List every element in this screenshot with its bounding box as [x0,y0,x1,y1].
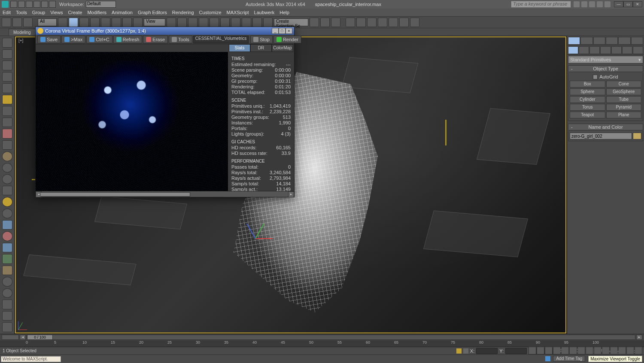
qat-undo-icon[interactable] [33,1,40,8]
goto-start-icon[interactable] [529,347,536,354]
goto-end-icon[interactable] [561,347,569,354]
menu-create[interactable]: Create [68,10,82,15]
subscription-icon[interactable] [581,1,587,7]
frame-next-button[interactable]: ▸ [636,335,642,340]
maximize-button[interactable]: ▭ [623,1,633,7]
select-filter-icon[interactable] [58,18,67,27]
undo-icon[interactable] [2,18,11,27]
vfb-minimize-button[interactable]: _ [272,28,279,34]
lt-icon-3[interactable] [2,60,12,70]
mirror-icon[interactable] [252,18,262,27]
autogrid-checkbox[interactable]: AutoGrid [570,74,641,79]
nav-zoomext-icon[interactable] [602,347,610,354]
sub-geometry-icon[interactable] [568,46,578,54]
help-search-input[interactable]: Type a keyword or phrase [511,1,571,8]
tab-motion-icon[interactable] [606,37,618,45]
menu-maxscript[interactable]: MAXScript [227,10,249,15]
named-sel-combo[interactable]: Create Selection Se [274,18,308,26]
object-name-input[interactable] [570,133,632,139]
vfb-close-button[interactable]: × [286,28,292,34]
lt-icon-15[interactable] [2,311,12,321]
gizmo-x-axis[interactable] [255,238,273,239]
lt-icon-11[interactable] [2,231,12,241]
lock-selection-icon[interactable] [456,348,462,354]
time-ruler[interactable]: 0510152025303540455055606570758085909510… [0,340,644,347]
key-mode-toggle-icon[interactable] [569,347,577,354]
lt-sphere1-icon[interactable] [2,151,12,161]
sub-systems-icon[interactable] [633,46,643,54]
sub-helpers-icon[interactable] [611,46,622,54]
refcoord-combo[interactable]: View [144,18,165,26]
lt-grass-icon[interactable] [2,254,12,264]
edit-named-sel-icon[interactable] [242,18,251,27]
select-object-icon[interactable] [69,18,78,27]
select-region-icon[interactable] [90,18,100,27]
nav-maximize-icon[interactable] [635,347,642,354]
primitive-pyramid-button[interactable]: Pyramid [606,104,642,111]
menu-group[interactable]: Group [32,10,46,15]
rotate-icon[interactable] [122,18,132,27]
lt-light-icon[interactable] [2,95,12,105]
close-button[interactable]: ✕ [633,1,642,7]
object-color-swatch[interactable] [633,133,641,139]
tab-hierarchy-icon[interactable] [593,37,605,45]
app-logo-icon[interactable] [2,1,9,8]
percent-snap-icon[interactable] [220,18,230,27]
qat-redo-icon[interactable] [41,1,48,8]
lt-sphere5-icon[interactable] [2,288,12,298]
select-manip-icon[interactable] [177,18,187,27]
lt-sphere4-icon[interactable] [2,209,12,218]
tab-display-icon[interactable] [618,37,630,45]
lt-planet-icon[interactable] [2,277,12,287]
lt-icon-14[interactable] [2,299,12,309]
time-slider[interactable]: ◂ 0 / 100 ▸ [0,334,644,340]
exchange-icon[interactable] [589,1,595,7]
vfb-erase-button[interactable]: Erase [143,36,168,43]
nav-fov-icon[interactable] [610,347,618,354]
vfb-stop-button[interactable]: Stop [250,36,273,43]
favorites-icon[interactable] [597,1,603,7]
vfb-element-combo[interactable]: CESSENTIAL_Volumetrics [193,36,249,43]
lt-sphere3-icon[interactable] [2,174,12,184]
primitive-cylinder-button[interactable]: Cylinder [570,96,605,103]
frame-prev-button[interactable]: ◂ [20,335,26,340]
vfb-hscrollbar[interactable]: ◂ ▸ [36,191,294,197]
lt-sphere2-icon[interactable] [2,163,12,173]
sub-spacewarps-icon[interactable] [622,46,632,54]
primitive-tube-button[interactable]: Tube [606,96,642,103]
link-icon[interactable] [23,18,33,27]
workspace-combo[interactable]: Default [86,1,116,8]
menu-tools[interactable]: Tools [16,10,27,15]
transform-mode-icon[interactable] [463,348,468,354]
lt-icon-6[interactable] [2,106,12,116]
layer-manager-icon[interactable] [310,18,319,27]
time-thumb[interactable]: 0 / 100 [27,335,53,340]
vfb-refresh-button[interactable]: Refresh [113,36,143,43]
nav-pan-icon[interactable] [618,347,626,354]
lt-icon-12[interactable] [2,243,12,253]
angle-snap-icon[interactable] [210,18,219,27]
quick-render-icon[interactable] [410,18,419,27]
window-crossing-icon[interactable] [101,18,110,27]
pivot-icon[interactable] [167,18,176,27]
primitive-box-button[interactable]: Box [570,81,605,88]
redo-icon[interactable] [12,18,22,27]
rollout-object-type[interactable]: -Object Type [568,65,643,72]
move-icon[interactable] [112,18,121,27]
menu-customize[interactable]: Customize [199,10,222,15]
category-combo[interactable]: Standard Primitives▾ [568,56,643,64]
gizmo-y-axis[interactable] [255,224,264,239]
nav-zoomall-icon[interactable] [594,347,601,354]
primitive-cone-button[interactable]: Cone [606,81,642,88]
sub-shapes-icon[interactable] [579,46,589,54]
nav-zoom-icon[interactable] [586,347,593,354]
help-icon[interactable] [605,1,611,7]
vfb-maximize-button[interactable]: □ [279,28,286,34]
maxscript-listener[interactable]: Welcome to MAXScript. [1,356,61,362]
tab-modify-icon[interactable] [580,37,592,45]
vfb-tomax-button[interactable]: >Max [61,36,85,43]
next-frame-icon[interactable] [553,347,561,354]
time-track[interactable]: 0 / 100 [27,335,635,340]
menu-animation[interactable]: Animation [112,10,133,15]
viewport-label[interactable]: [+] [18,38,23,43]
